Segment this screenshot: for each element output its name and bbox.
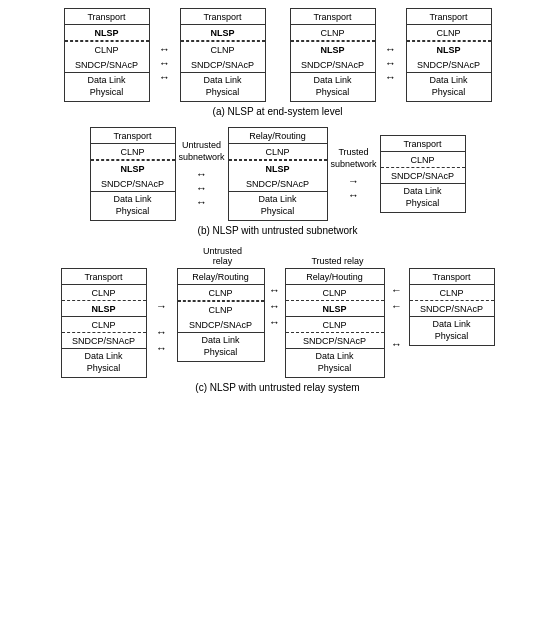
layer-dl: Data LinkPhysical [62,349,146,377]
arrow-clnp: ↔ [159,57,170,69]
layer-sndcp: SNDCP/SNAcP [407,57,491,73]
trusted-label: Trustedsubnetwork [330,147,376,170]
layer-relay: Relay/Routing [178,269,264,285]
layer-transport: Transport [62,269,146,285]
layer-clnp: CLNP [229,144,327,160]
caption-c: (c) NLSP with untrusted relay system [8,382,547,393]
arrows-c1c2: → ↔ ↔ [147,268,177,354]
layer-clnp2: CLNP [178,301,264,317]
layer-clnp: CLNP [181,41,265,57]
layer-nlsp: NLSP [91,160,175,176]
layer-relay: Relay/Routing [229,128,327,144]
arrow-c-clnp-b: ↔ [269,284,280,296]
arrow-c-clnp2: ↔ [269,300,280,312]
arrow-sndcp2: ↔ [385,71,396,83]
b-right-connector: Trustedsubnetwork → ↔ [328,147,380,200]
layer-nlsp: NLSP [407,41,491,57]
arrow-nlsp-b: ↔ [196,182,207,194]
layer-transport: Transport [407,9,491,25]
layer-sndcp: SNDCP/SNAcP [181,57,265,73]
layer-dl: Data LinkPhysical [381,184,465,212]
arrow-c-clnp: ↔ [156,326,167,338]
layer-dl: Data LinkPhysical [291,73,375,101]
layer-sndcp: SNDCP/SNAcP [91,176,175,192]
untrusted-relay-label: Untrustedrelay [178,246,268,266]
layer-clnp2: CLNP [286,317,384,333]
layer-transport: Transport [91,128,175,144]
layer-clnp2: CLNP [62,317,146,333]
arrow-c-sndcp-c: ↔ [391,338,402,350]
layer-sndcp: SNDCP/SNAcP [178,317,264,333]
node-b2: Relay/Routing CLNP NLSP SNDCP/SNAcP Data… [228,127,328,221]
arrow-clnp2: ↔ [385,43,396,55]
section-c-labels: Untrustedrelay Trusted relay [8,246,547,266]
b-left-connector: Untrustedsubnetwork ↔ ↔ ↔ [176,140,228,207]
node-b3: Transport CLNP SNDCP/SNAcP Data LinkPhys… [380,135,466,213]
node-b1: Transport CLNP NLSP SNDCP/SNAcP Data Lin… [90,127,176,221]
arrow-sndcp: ↔ [159,71,170,83]
section-b: Transport CLNP NLSP SNDCP/SNAcP Data Lin… [8,127,547,236]
layer-clnp: CLNP [291,25,375,41]
layer-clnp: CLNP [91,144,175,160]
arrow-c-sndcp: ↔ [156,342,167,354]
layer-dl: Data LinkPhysical [65,73,149,101]
section-b-nodes: Transport CLNP NLSP SNDCP/SNAcP Data Lin… [8,127,547,221]
layer-dl: Data LinkPhysical [229,192,327,220]
layer-dl: Data LinkPhysical [91,192,175,220]
node-c4: Transport CLNP SNDCP/SNAcP Data LinkPhys… [409,268,495,346]
arrows-c2c3: ↔ ↔ ↔ [265,268,285,328]
b-arrows-right: → ↔ [348,175,359,201]
caption-b: (b) NLSP with untrusted subnetwork [8,225,547,236]
arrow-c-clnp2-c: ← [391,300,402,312]
node-c1: Transport CLNP NLSP CLNP SNDCP/SNAcP Dat… [61,268,147,378]
node-a1: Transport NLSP CLNP SNDCP/SNAcP Data Lin… [64,8,150,102]
layer-transport: Transport [410,269,494,285]
layer-sndcp: SNDCP/SNAcP [62,333,146,349]
node-a2: Transport NLSP CLNP SNDCP/SNAcP Data Lin… [180,8,266,102]
layer-dl: Data LinkPhysical [286,349,384,377]
layer-nlsp: NLSP [229,160,327,176]
node-b-middle-container: Relay/Routing CLNP NLSP SNDCP/SNAcP Data… [228,127,328,221]
arrow-c-nlsp: → [156,300,167,312]
layer-nlsp: NLSP [65,25,149,41]
layer-nlsp: NLSP [181,25,265,41]
node-c2: Relay/Routing CLNP CLNP SNDCP/SNAcP Data… [177,268,265,362]
section-a-nodes: Transport NLSP CLNP SNDCP/SNAcP Data Lin… [8,8,547,102]
layer-clnp: CLNP [178,285,264,301]
layer-clnp: CLNP [62,285,146,301]
layer-clnp: CLNP [410,285,494,301]
node-a3: Transport CLNP NLSP SNDCP/SNAcP Data Lin… [290,8,376,102]
layer-transport: Transport [65,9,149,25]
layer-relay2: Relay/Houting [286,269,384,285]
layer-sndcp: SNDCP/SNAcP [65,57,149,73]
section-c-nodes: Transport CLNP NLSP CLNP SNDCP/SNAcP Dat… [8,268,547,378]
layer-clnp: CLNP [65,41,149,57]
layer-dl: Data LinkPhysical [407,73,491,101]
arrow-c-clnp-c: ← [391,284,402,296]
layer-sndcp: SNDCP/SNAcP [291,57,375,73]
layer-sndcp: SNDCP/SNAcP [381,168,465,184]
b-arrows-left: ↔ ↔ ↔ [196,168,207,208]
layer-sndcp: SNDCP/SNAcP [410,301,494,317]
arrow-clnp-b2: → [348,175,359,187]
arrows-a1a2: ↔ ↔ ↔ [152,27,178,83]
trusted-relay-label: Trusted relay [288,256,388,266]
node-a4: Transport CLNP NLSP SNDCP/SNAcP Data Lin… [406,8,492,102]
arrow-c-sndcp-b: ↔ [269,316,280,328]
layer-sndcp: SNDCP/SNAcP [286,333,384,349]
layer-nlsp: NLSP [62,301,146,317]
arrows-a3a4: ↔ ↔ ↔ [378,27,404,83]
arrows-c3c4: ← ← ↔ [385,268,409,350]
arrow-nlsp: ↔ [159,43,170,55]
layer-transport: Transport [381,136,465,152]
arrow-sndcp-b: ↔ [196,196,207,208]
layer-clnp: CLNP [286,285,384,301]
layer-nlsp: NLSP [291,41,375,57]
arrow-sndcp-b2: ↔ [348,189,359,201]
section-a: Transport NLSP CLNP SNDCP/SNAcP Data Lin… [8,8,547,117]
section-c: Untrustedrelay Trusted relay Transport C… [8,246,547,393]
arrow-nlsp2: ↔ [385,57,396,69]
layer-dl: Data LinkPhysical [178,333,264,361]
layer-clnp: CLNP [407,25,491,41]
caption-a: (a) NLSP at end-system level [8,106,547,117]
